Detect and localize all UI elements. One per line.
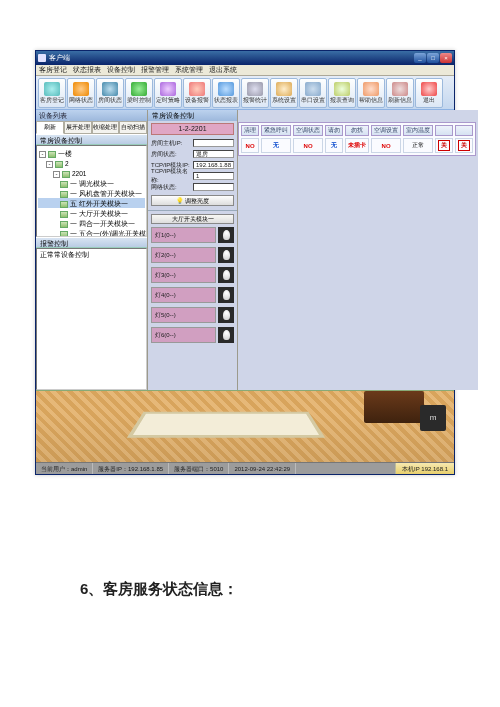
light-preview: [218, 307, 234, 323]
net-state-input[interactable]: [193, 183, 234, 191]
menu-item[interactable]: 设备控制: [107, 65, 135, 75]
alarm-ctrl-title: 报警控制: [36, 237, 147, 248]
tree-node[interactable]: 五 红外开关模块一: [38, 198, 145, 208]
bulb-icon: [223, 270, 230, 280]
tree-node-icon: [60, 191, 68, 198]
tab-refresh[interactable]: 刷新: [36, 121, 64, 134]
grid-header[interactable]: [435, 125, 453, 136]
adjust-brightness-button[interactable]: 💡 调整亮度: [151, 195, 234, 206]
switch-module-label[interactable]: 大厅开关模块一: [151, 214, 234, 224]
device-tree[interactable]: -一楼-2-2201一 调光模块一一 风机盘管开关模块一五 红外开关模块一一 大…: [36, 145, 147, 237]
tree-node[interactable]: 一 五合一(外)调光开关模块一: [38, 228, 145, 237]
light-button[interactable]: 灯4(0--): [151, 287, 216, 303]
tb-exit[interactable]: 退出: [415, 78, 443, 108]
tree-toggle-icon[interactable]: -: [39, 151, 46, 158]
grid-cell: 无: [325, 138, 343, 153]
tb-report-query[interactable]: 报表查询: [328, 78, 356, 108]
grid-header[interactable]: 勿扰: [345, 125, 369, 136]
menu-item[interactable]: 退出系统: [209, 65, 237, 75]
status-server-ip: 服务器IP：192.168.1.85: [93, 463, 169, 474]
grid-cell: NO: [293, 138, 323, 153]
menu-item[interactable]: 状态报表: [73, 65, 101, 75]
light-button[interactable]: 灯6(0--): [151, 327, 216, 343]
tree-node[interactable]: 一 大厅开关模块一: [38, 208, 145, 218]
tcp-ip-input[interactable]: 192.168.1.88: [193, 161, 234, 169]
tree-node[interactable]: 一 调光模块一: [38, 178, 145, 188]
tree-node[interactable]: -2201: [38, 168, 145, 178]
menu-item[interactable]: 报警管理: [141, 65, 169, 75]
grid-header[interactable]: 清理: [241, 125, 259, 136]
room-state-input[interactable]: 退房: [193, 150, 234, 158]
tree-node-label: 2201: [72, 170, 86, 177]
grid-header[interactable]: 空调状态: [293, 125, 323, 136]
tree-node-label: 一 四合一开关模块一: [70, 220, 135, 227]
tb-room-register[interactable]: 客房登记: [38, 78, 66, 108]
app-window: 客户端 _ □ × 客房登记 状态报表 设备控制 报警管理 系统管理 退出系统 …: [35, 50, 455, 475]
rug-graphic: [127, 412, 325, 438]
tree-node[interactable]: -2: [38, 158, 145, 168]
tree-node[interactable]: -一楼: [38, 148, 145, 158]
right-panel: 清理紧急呼叫空调状态请勿勿扰空调设置室内温度 NO无NO无未插卡NO正常关关: [238, 110, 478, 390]
light-preview: [218, 327, 234, 343]
toolbar: 客房登记 网络状态 房间状态 梁时控制 定时策略 设备报警 状态报表 报警统计 …: [36, 76, 454, 110]
tab-collapse[interactable]: 收缩处理: [92, 121, 120, 134]
tree-node-icon: [60, 221, 68, 228]
mid-panel: 常房设备控制 1-2-2201 房间主机IP: 房间状态:退房 TCP/IP模块…: [148, 110, 238, 390]
doc-section-heading: 6、客房服务状态信息：: [80, 580, 238, 599]
tree-node-icon: [60, 201, 68, 208]
tb-alarm-stats[interactable]: 报警统计: [241, 78, 269, 108]
menu-item[interactable]: 系统管理: [175, 65, 203, 75]
minimize-button[interactable]: _: [414, 53, 426, 63]
grid-header[interactable]: 请勿: [325, 125, 343, 136]
light-preview: [218, 267, 234, 283]
grid-cell: NO: [371, 138, 401, 153]
host-ip-input[interactable]: [193, 139, 234, 147]
light-button[interactable]: 灯3(0--): [151, 267, 216, 283]
status-local-ip: 本机IP 192.168.1: [395, 463, 454, 474]
tb-help[interactable]: 帮助信息: [357, 78, 385, 108]
tree-toggle-icon[interactable]: -: [46, 161, 53, 168]
alarm-ctrl-list[interactable]: 正常常设备控制: [36, 248, 147, 390]
light-button[interactable]: 灯1(0--): [151, 227, 216, 243]
grid-header[interactable]: 室内温度: [403, 125, 433, 136]
furniture-graphic: [364, 391, 424, 423]
tree-node[interactable]: 一 四合一开关模块一: [38, 218, 145, 228]
tcp-name-input[interactable]: 1: [193, 172, 234, 180]
grid-cell: NO: [241, 138, 259, 153]
tab-autoscan[interactable]: 自动扫描端: [119, 121, 147, 134]
tree-toggle-icon[interactable]: -: [53, 171, 60, 178]
tb-refresh[interactable]: 刷新信息: [386, 78, 414, 108]
bulb-icon: [223, 330, 230, 340]
workarea: 设备列表 刷新 展开处理 收缩处理 自动扫描端 常房设备控制 -一楼-2-220…: [36, 110, 454, 390]
tb-sys-settings[interactable]: 系统设置: [270, 78, 298, 108]
tree-node-label: 一 五合一(外)调光开关模块一: [70, 230, 147, 237]
tb-network-status[interactable]: 网络状态: [67, 78, 95, 108]
tb-timer[interactable]: 定时策略: [154, 78, 182, 108]
tb-alarm[interactable]: 设备报警: [183, 78, 211, 108]
separator: [148, 210, 237, 211]
tree-node[interactable]: 一 风机盘管开关模块一: [38, 188, 145, 198]
light-preview: [218, 247, 234, 263]
tree-node-icon: [48, 151, 56, 158]
maximize-button[interactable]: □: [427, 53, 439, 63]
tab-expand[interactable]: 展开处理: [64, 121, 92, 134]
tree-node-icon: [55, 161, 63, 168]
tb-serial-settings[interactable]: 串口设置: [299, 78, 327, 108]
tree-node-label: 2: [65, 160, 69, 167]
titlebar[interactable]: 客户端 _ □ ×: [36, 51, 454, 65]
menu-item[interactable]: 客房登记: [39, 65, 67, 75]
light-button[interactable]: 灯5(0--): [151, 307, 216, 323]
tree-node-icon: [60, 181, 68, 188]
list-item[interactable]: 正常常设备控制: [40, 251, 143, 260]
grid-header[interactable]: 空调设置: [371, 125, 401, 136]
light-button[interactable]: 灯2(0--): [151, 247, 216, 263]
tb-status-report[interactable]: 状态报表: [212, 78, 240, 108]
close-button[interactable]: ×: [440, 53, 452, 63]
tb-room-status[interactable]: 房间状态: [96, 78, 124, 108]
grid-cell: 无: [261, 138, 291, 153]
bulb-icon: 💡: [176, 198, 183, 204]
left-panel-title: 设备列表: [36, 110, 147, 121]
grid-header[interactable]: 紧急呼叫: [261, 125, 291, 136]
grid-header[interactable]: [455, 125, 473, 136]
tb-beam-ctrl[interactable]: 梁时控制: [125, 78, 153, 108]
